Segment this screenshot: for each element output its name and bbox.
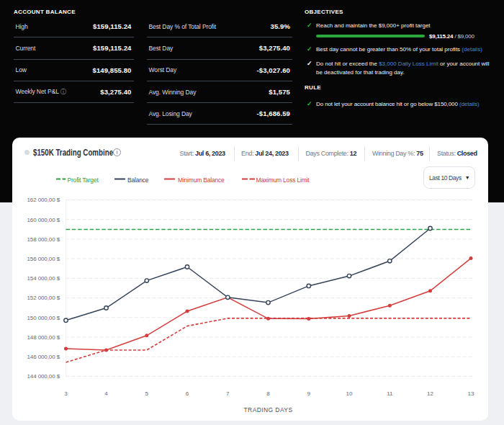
svg-text:146 000,00 $: 146 000,00 $	[27, 354, 60, 360]
svg-text:5: 5	[145, 390, 149, 397]
svg-text:7: 7	[226, 390, 230, 397]
svg-text:152 000,00 $: 152 000,00 $	[27, 295, 60, 301]
svg-text:6: 6	[186, 390, 189, 397]
svg-text:150 000,00 $: 150 000,00 $	[27, 315, 60, 321]
svg-text:9: 9	[307, 390, 311, 397]
svg-text:148 000,00 $: 148 000,00 $	[27, 334, 60, 341]
svg-text:13: 13	[468, 390, 474, 397]
svg-text:10: 10	[346, 390, 353, 397]
svg-text:TRADING DAYS: TRADING DAYS	[244, 406, 293, 413]
svg-text:4: 4	[104, 390, 108, 397]
svg-text:12: 12	[427, 390, 433, 397]
svg-text:154 000,00 $: 154 000,00 $	[27, 275, 60, 282]
svg-text:162 000,00 $: 162 000,00 $	[27, 197, 60, 203]
svg-text:11: 11	[387, 390, 393, 397]
svg-text:3: 3	[64, 390, 68, 397]
svg-text:8: 8	[266, 390, 270, 397]
svg-text:158 000,00 $: 158 000,00 $	[27, 236, 60, 243]
svg-text:144 000,00 $: 144 000,00 $	[27, 373, 60, 380]
svg-text:156 000,00 $: 156 000,00 $	[27, 256, 60, 262]
svg-text:160 000,00 $: 160 000,00 $	[27, 217, 60, 223]
